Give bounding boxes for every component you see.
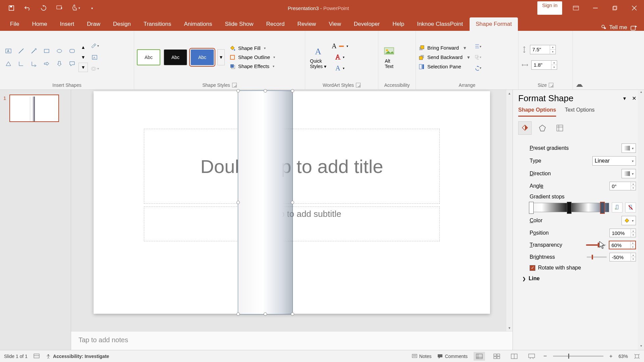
slideshow-view-icon[interactable]	[526, 352, 537, 361]
reading-view-icon[interactable]	[508, 352, 520, 361]
slide-canvas[interactable]: Double tap to add title Double tap to ad…	[94, 91, 490, 314]
resize-handle[interactable]	[264, 89, 267, 93]
position-input[interactable]: ▴▾	[609, 229, 636, 237]
type-combo[interactable]: Linear▾	[592, 156, 636, 166]
tab-home[interactable]: Home	[26, 17, 53, 31]
selection-pane-button[interactable]: Selection Pane	[419, 64, 472, 70]
resize-handle[interactable]	[236, 201, 240, 204]
tab-transitions[interactable]: Transitions	[138, 17, 177, 31]
bring-forward-button[interactable]: Bring Forward▾	[419, 45, 472, 51]
resize-handle[interactable]	[236, 312, 240, 316]
gallery-more[interactable]: ▾	[78, 63, 88, 72]
line-icon[interactable]	[15, 45, 27, 57]
text-effects-button[interactable]: A▾	[335, 64, 344, 72]
shape-styles-launcher[interactable]	[232, 83, 237, 87]
down-arrow-icon[interactable]	[54, 58, 65, 69]
zoom-in-icon[interactable]: +	[609, 353, 612, 359]
style-1[interactable]: Abc	[137, 49, 160, 65]
tab-draw[interactable]: Draw	[81, 17, 106, 31]
tab-classpoint[interactable]: Inknoe ClassPoint	[411, 17, 469, 31]
tab-review[interactable]: Review	[291, 17, 322, 31]
line-section[interactable]: ❯ Line	[522, 276, 638, 282]
tell-me-button[interactable]: Tell me	[600, 24, 627, 31]
ribbon-display-icon[interactable]	[566, 1, 586, 15]
direction-combo[interactable]: ▾	[622, 169, 636, 178]
minimize-icon[interactable]	[586, 1, 605, 15]
wordart-launcher[interactable]	[356, 83, 361, 87]
tab-help[interactable]: Help	[386, 17, 410, 31]
notes-placeholder[interactable]: Tap to add notes	[71, 331, 513, 350]
transparency-slider[interactable]	[586, 244, 606, 246]
width-down[interactable]: ▾	[551, 65, 557, 69]
style-gallery-more[interactable]: ▾	[217, 49, 225, 65]
zoom-level[interactable]: 63%	[619, 354, 628, 359]
rotate-with-shape-checkbox[interactable]: ✓ Rotate with shape	[530, 265, 641, 271]
pane-close-icon[interactable]: ✕	[629, 94, 639, 103]
alt-text-button[interactable]: AltText	[381, 44, 397, 70]
triangle-icon[interactable]	[3, 58, 14, 69]
height-up[interactable]: ▴	[550, 45, 555, 50]
share-icon[interactable]	[631, 24, 637, 31]
rotate-button[interactable]	[475, 65, 481, 71]
group-button[interactable]	[475, 54, 481, 61]
close-icon[interactable]	[625, 1, 644, 15]
tab-insert[interactable]: Insert	[54, 17, 80, 31]
pane-scrollbar[interactable]: ▴ ▾	[638, 90, 644, 350]
quick-styles-button[interactable]: A QuickStyles ▾	[308, 44, 328, 70]
elbow-icon[interactable]	[15, 58, 27, 69]
height-down[interactable]: ▾	[550, 50, 555, 54]
gallery-scroll-down[interactable]: ▾	[78, 53, 88, 62]
tab-text-options[interactable]: Text Options	[565, 107, 595, 117]
preset-gradients-combo[interactable]: ▾	[622, 143, 636, 153]
gradient-stop[interactable]	[529, 202, 534, 214]
tab-developer[interactable]: Developer	[348, 17, 386, 31]
fit-slide-icon[interactable]	[634, 354, 640, 359]
width-input[interactable]: ▴▾	[531, 60, 557, 70]
tab-design[interactable]: Design	[107, 17, 137, 31]
resize-handle[interactable]	[291, 201, 294, 204]
style-gallery[interactable]: Abc Abc Abc ▾	[137, 49, 225, 65]
fill-line-icon[interactable]	[518, 121, 532, 135]
start-from-beginning-icon[interactable]	[52, 1, 67, 15]
shape-effects-button[interactable]: Shape Effects	[229, 63, 275, 69]
touch-mode-icon[interactable]: ▾	[68, 1, 83, 15]
size-properties-icon[interactable]	[553, 121, 567, 135]
tab-file[interactable]: File	[4, 17, 25, 31]
gallery-scroll-up[interactable]: ▴	[78, 43, 88, 52]
brightness-slider[interactable]	[587, 256, 607, 258]
draw-textbox-icon[interactable]: A	[90, 53, 99, 62]
remove-gradient-stop-icon[interactable]	[625, 202, 636, 213]
align-button[interactable]	[475, 43, 481, 50]
qat-customize-icon[interactable]: ▾	[85, 1, 99, 15]
send-backward-button[interactable]: Send Backward▾	[419, 54, 472, 60]
gradient-stop-selected[interactable]	[600, 202, 605, 214]
save-icon[interactable]	[4, 1, 19, 15]
maximize-icon[interactable]	[605, 1, 625, 15]
color-combo[interactable]: ▾	[622, 216, 636, 225]
shape-fill-button[interactable]: Shape Fill	[229, 45, 275, 51]
add-gradient-stop-icon[interactable]: +	[612, 202, 623, 213]
tab-shape-options[interactable]: Shape Options	[518, 107, 556, 117]
vertical-scrollbar[interactable]: ▴ ▾	[506, 90, 513, 331]
selected-shape[interactable]	[238, 90, 293, 314]
resize-handle[interactable]	[264, 312, 267, 316]
brightness-input[interactable]: ▴▾	[609, 253, 636, 261]
merge-shapes-icon[interactable]	[90, 64, 99, 73]
sorter-view-icon[interactable]	[491, 352, 502, 361]
shape-outline-button[interactable]: Shape Outline	[229, 54, 275, 60]
language-icon[interactable]	[34, 354, 40, 359]
notes-button[interactable]: Notes	[412, 354, 432, 359]
comments-button[interactable]: Comments	[437, 354, 468, 359]
callout-icon[interactable]	[66, 58, 78, 69]
resize-handle[interactable]	[291, 89, 294, 93]
signin-button[interactable]: Sign in	[537, 1, 562, 15]
tab-animations[interactable]: Animations	[178, 17, 218, 31]
transparency-input[interactable]: ▴▾	[609, 241, 636, 249]
style-2[interactable]: Abc	[164, 49, 187, 65]
rounded-rect-icon[interactable]	[66, 45, 78, 57]
shapes-gallery[interactable]: A	[3, 45, 78, 69]
block-arrow-icon[interactable]	[41, 58, 52, 69]
collapse-ribbon-icon[interactable]	[576, 83, 583, 88]
accessibility-status[interactable]: Accessibility: Investigate	[46, 354, 109, 359]
pane-options-icon[interactable]: ▾	[620, 94, 629, 103]
